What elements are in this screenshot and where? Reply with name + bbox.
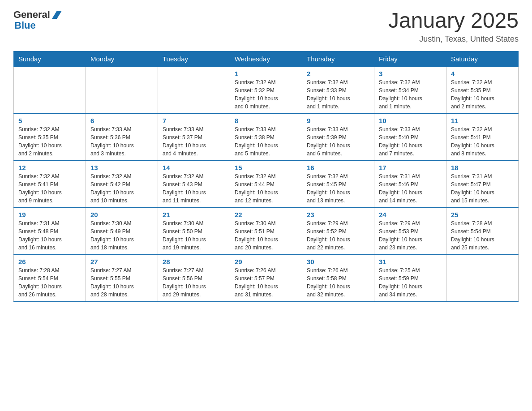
day-number: 17	[379, 164, 442, 171]
calendar-cell	[446, 255, 519, 302]
day-info: Sunrise: 7:27 AM Sunset: 5:56 PM Dayligh…	[163, 266, 225, 299]
day-info: Sunrise: 7:32 AM Sunset: 5:34 PM Dayligh…	[379, 78, 442, 111]
calendar-cell: 10Sunrise: 7:33 AM Sunset: 5:40 PM Dayli…	[374, 114, 446, 161]
calendar-cell: 27Sunrise: 7:27 AM Sunset: 5:55 PM Dayli…	[86, 255, 158, 302]
day-info: Sunrise: 7:32 AM Sunset: 5:33 PM Dayligh…	[307, 78, 369, 111]
day-info: Sunrise: 7:33 AM Sunset: 5:39 PM Dayligh…	[307, 125, 369, 158]
calendar-cell: 24Sunrise: 7:29 AM Sunset: 5:53 PM Dayli…	[374, 208, 446, 255]
day-info: Sunrise: 7:30 AM Sunset: 5:51 PM Dayligh…	[235, 219, 297, 252]
calendar-cell: 30Sunrise: 7:26 AM Sunset: 5:58 PM Dayli…	[302, 255, 374, 302]
day-number: 5	[18, 117, 81, 124]
day-number: 27	[90, 258, 153, 265]
day-info: Sunrise: 7:26 AM Sunset: 5:57 PM Dayligh…	[235, 266, 297, 299]
calendar-cell: 17Sunrise: 7:31 AM Sunset: 5:46 PM Dayli…	[374, 161, 446, 208]
calendar-week-4: 19Sunrise: 7:31 AM Sunset: 5:48 PM Dayli…	[14, 208, 519, 255]
day-number: 3	[379, 70, 442, 77]
day-number: 14	[163, 164, 225, 171]
day-info: Sunrise: 7:33 AM Sunset: 5:40 PM Dayligh…	[379, 125, 442, 158]
calendar-cell: 1Sunrise: 7:32 AM Sunset: 5:32 PM Daylig…	[230, 67, 302, 114]
day-number: 7	[163, 117, 225, 124]
calendar-cell	[86, 67, 158, 114]
day-info: Sunrise: 7:30 AM Sunset: 5:50 PM Dayligh…	[163, 219, 225, 252]
month-title: January 2025	[388, 9, 519, 33]
day-number: 15	[235, 164, 297, 171]
calendar-cell: 8Sunrise: 7:33 AM Sunset: 5:38 PM Daylig…	[230, 114, 302, 161]
day-info: Sunrise: 7:33 AM Sunset: 5:38 PM Dayligh…	[235, 125, 297, 158]
calendar-cell	[158, 67, 230, 114]
day-info: Sunrise: 7:29 AM Sunset: 5:52 PM Dayligh…	[307, 219, 369, 252]
day-number: 20	[90, 211, 153, 218]
calendar-cell: 20Sunrise: 7:30 AM Sunset: 5:49 PM Dayli…	[86, 208, 158, 255]
calendar-cell: 15Sunrise: 7:32 AM Sunset: 5:44 PM Dayli…	[230, 161, 302, 208]
day-number: 12	[18, 164, 81, 171]
calendar-table: SundayMondayTuesdayWednesdayThursdayFrid…	[13, 51, 519, 302]
day-number: 21	[163, 211, 225, 218]
day-info: Sunrise: 7:27 AM Sunset: 5:55 PM Dayligh…	[90, 266, 153, 299]
location-title: Justin, Texas, United States	[388, 34, 519, 44]
day-number: 29	[235, 258, 297, 265]
day-number: 16	[307, 164, 369, 171]
day-info: Sunrise: 7:28 AM Sunset: 5:54 PM Dayligh…	[451, 219, 514, 252]
calendar-cell: 6Sunrise: 7:33 AM Sunset: 5:36 PM Daylig…	[86, 114, 158, 161]
calendar-cell: 4Sunrise: 7:32 AM Sunset: 5:35 PM Daylig…	[446, 67, 519, 114]
calendar-cell: 26Sunrise: 7:28 AM Sunset: 5:54 PM Dayli…	[14, 255, 86, 302]
calendar-cell: 5Sunrise: 7:32 AM Sunset: 5:35 PM Daylig…	[14, 114, 86, 161]
day-number: 6	[90, 117, 153, 124]
day-info: Sunrise: 7:28 AM Sunset: 5:54 PM Dayligh…	[18, 266, 81, 299]
day-number: 10	[379, 117, 442, 124]
day-info: Sunrise: 7:31 AM Sunset: 5:48 PM Dayligh…	[18, 219, 81, 252]
calendar-header-tuesday: Tuesday	[158, 51, 230, 67]
calendar-header-thursday: Thursday	[302, 51, 374, 67]
day-info: Sunrise: 7:32 AM Sunset: 5:35 PM Dayligh…	[18, 125, 81, 158]
day-number: 8	[235, 117, 297, 124]
calendar-header-saturday: Saturday	[446, 51, 519, 67]
calendar-cell: 31Sunrise: 7:25 AM Sunset: 5:59 PM Dayli…	[374, 255, 446, 302]
logo-general: General	[13, 9, 50, 21]
calendar-cell: 9Sunrise: 7:33 AM Sunset: 5:39 PM Daylig…	[302, 114, 374, 161]
day-number: 11	[451, 117, 514, 124]
calendar-cell: 13Sunrise: 7:32 AM Sunset: 5:42 PM Dayli…	[86, 161, 158, 208]
day-number: 23	[307, 211, 369, 218]
day-info: Sunrise: 7:32 AM Sunset: 5:45 PM Dayligh…	[307, 172, 369, 205]
calendar-cell: 7Sunrise: 7:33 AM Sunset: 5:37 PM Daylig…	[158, 114, 230, 161]
day-number: 18	[451, 164, 514, 171]
day-number: 26	[18, 258, 81, 265]
calendar-week-3: 12Sunrise: 7:32 AM Sunset: 5:41 PM Dayli…	[14, 161, 519, 208]
day-info: Sunrise: 7:33 AM Sunset: 5:36 PM Dayligh…	[90, 125, 153, 158]
calendar-week-5: 26Sunrise: 7:28 AM Sunset: 5:54 PM Dayli…	[14, 255, 519, 302]
day-number: 24	[379, 211, 442, 218]
calendar-cell	[14, 67, 86, 114]
day-info: Sunrise: 7:32 AM Sunset: 5:44 PM Dayligh…	[235, 172, 297, 205]
day-number: 25	[451, 211, 514, 218]
calendar-cell: 23Sunrise: 7:29 AM Sunset: 5:52 PM Dayli…	[302, 208, 374, 255]
day-info: Sunrise: 7:32 AM Sunset: 5:43 PM Dayligh…	[163, 172, 225, 205]
page-header: General Blue January 2025 Justin, Texas,…	[13, 9, 519, 44]
day-info: Sunrise: 7:32 AM Sunset: 5:41 PM Dayligh…	[451, 125, 514, 158]
calendar-header-row: SundayMondayTuesdayWednesdayThursdayFrid…	[14, 51, 519, 67]
day-info: Sunrise: 7:29 AM Sunset: 5:53 PM Dayligh…	[379, 219, 442, 252]
calendar-cell: 11Sunrise: 7:32 AM Sunset: 5:41 PM Dayli…	[446, 114, 519, 161]
day-info: Sunrise: 7:31 AM Sunset: 5:46 PM Dayligh…	[379, 172, 442, 205]
day-number: 31	[379, 258, 442, 265]
calendar-cell: 14Sunrise: 7:32 AM Sunset: 5:43 PM Dayli…	[158, 161, 230, 208]
day-info: Sunrise: 7:33 AM Sunset: 5:37 PM Dayligh…	[163, 125, 225, 158]
calendar-week-2: 5Sunrise: 7:32 AM Sunset: 5:35 PM Daylig…	[14, 114, 519, 161]
day-info: Sunrise: 7:30 AM Sunset: 5:49 PM Dayligh…	[90, 219, 153, 252]
calendar-cell: 18Sunrise: 7:31 AM Sunset: 5:47 PM Dayli…	[446, 161, 519, 208]
day-number: 2	[307, 70, 369, 77]
day-info: Sunrise: 7:32 AM Sunset: 5:35 PM Dayligh…	[451, 78, 514, 111]
day-number: 1	[235, 70, 297, 77]
calendar-cell: 2Sunrise: 7:32 AM Sunset: 5:33 PM Daylig…	[302, 67, 374, 114]
day-number: 19	[18, 211, 81, 218]
calendar-cell: 16Sunrise: 7:32 AM Sunset: 5:45 PM Dayli…	[302, 161, 374, 208]
logo: General Blue	[13, 9, 62, 31]
day-number: 22	[235, 211, 297, 218]
calendar-cell: 21Sunrise: 7:30 AM Sunset: 5:50 PM Dayli…	[158, 208, 230, 255]
title-block: January 2025 Justin, Texas, United State…	[388, 9, 519, 44]
day-info: Sunrise: 7:31 AM Sunset: 5:47 PM Dayligh…	[451, 172, 514, 205]
logo-blue: Blue	[14, 20, 36, 31]
day-info: Sunrise: 7:32 AM Sunset: 5:41 PM Dayligh…	[18, 172, 81, 205]
day-number: 4	[451, 70, 514, 77]
calendar-cell: 28Sunrise: 7:27 AM Sunset: 5:56 PM Dayli…	[158, 255, 230, 302]
day-number: 9	[307, 117, 369, 124]
